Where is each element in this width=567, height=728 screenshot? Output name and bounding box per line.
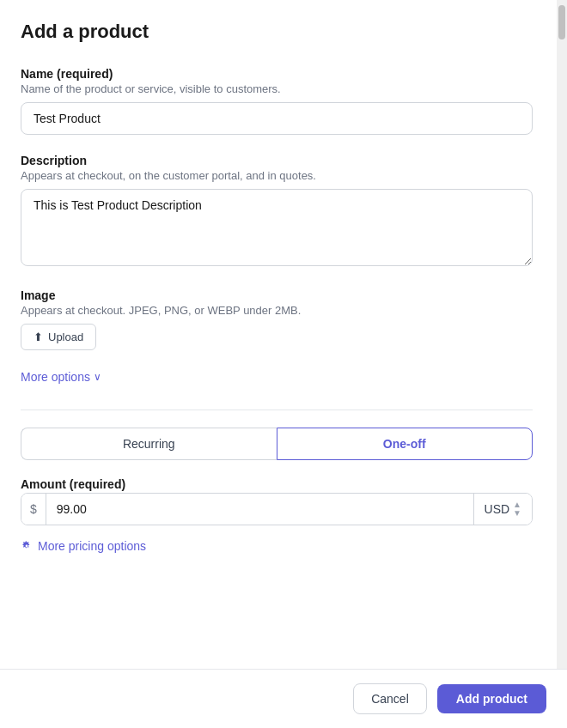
amount-label: Amount (required) xyxy=(21,477,533,491)
upload-label: Upload xyxy=(48,331,83,343)
name-input[interactable] xyxy=(21,102,533,135)
upload-icon: ⬆ xyxy=(34,331,43,343)
currency-prefix: $ xyxy=(21,494,46,525)
more-pricing-link[interactable]: More pricing options xyxy=(21,539,146,553)
pricing-type-tabs: Recurring One-off xyxy=(21,428,533,460)
image-hint: Appears at checkout. JPEG, PNG, or WEBP … xyxy=(21,304,533,317)
upload-button[interactable]: ⬆ Upload xyxy=(21,324,96,350)
name-hint: Name of the product or service, visible … xyxy=(21,82,533,95)
amount-input[interactable] xyxy=(46,494,473,525)
amount-row: $ USD ▲ ▼ xyxy=(21,493,533,525)
add-product-button[interactable]: Add product xyxy=(437,684,546,713)
chevron-down-icon: ∨ xyxy=(94,371,101,383)
image-label: Image xyxy=(21,288,533,302)
scrollbar[interactable] xyxy=(557,0,567,728)
currency-arrows-icon: ▲ ▼ xyxy=(513,500,521,518)
page-title: Add a product xyxy=(21,21,533,43)
divider xyxy=(21,410,533,410)
amount-section: Amount (required) $ USD ▲ ▼ xyxy=(21,477,533,525)
more-options-link[interactable]: More options ∨ xyxy=(21,370,101,384)
more-options-label: More options xyxy=(21,370,90,384)
description-hint: Appears at checkout, on the customer por… xyxy=(21,169,533,182)
description-input[interactable]: This is Test Product Description xyxy=(21,189,533,266)
more-pricing-label: More pricing options xyxy=(38,539,146,553)
scrollbar-thumb[interactable] xyxy=(558,5,565,39)
currency-selector[interactable]: USD ▲ ▼ xyxy=(473,494,532,525)
oneoff-tab[interactable]: One-off xyxy=(277,428,533,460)
image-section: Image Appears at checkout. JPEG, PNG, or… xyxy=(21,288,533,350)
gear-icon xyxy=(21,540,33,552)
description-section: Description Appears at checkout, on the … xyxy=(21,154,533,270)
name-label: Name (required) xyxy=(21,67,533,81)
name-section: Name (required) Name of the product or s… xyxy=(21,67,533,135)
footer-bar: Cancel Add product xyxy=(0,669,567,728)
recurring-tab[interactable]: Recurring xyxy=(21,428,277,460)
cancel-button[interactable]: Cancel xyxy=(353,683,427,714)
currency-label: USD xyxy=(485,502,510,516)
description-label: Description xyxy=(21,154,533,167)
